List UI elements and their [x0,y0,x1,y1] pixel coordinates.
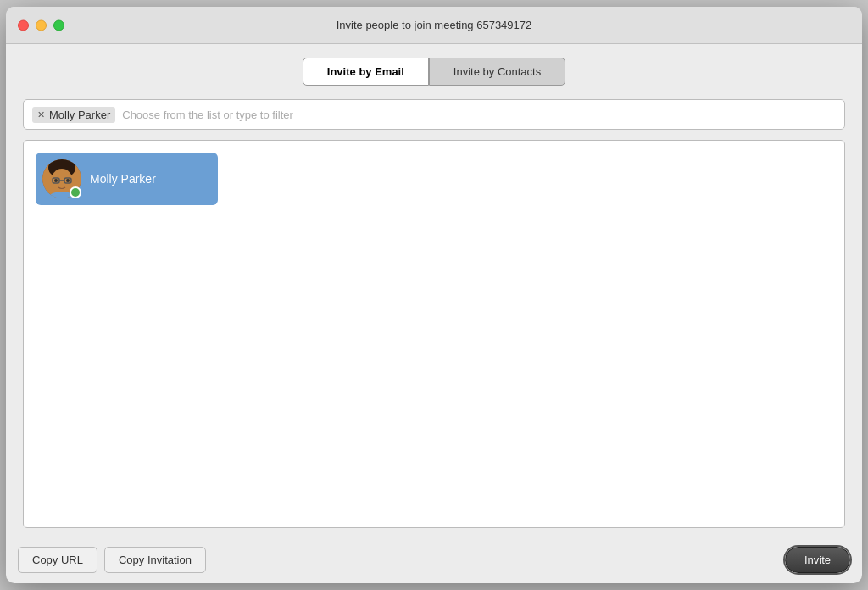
avatar-container [42,159,81,198]
tab-bar: Invite by Email Invite by Contacts [23,58,845,86]
selected-tag[interactable]: ✕ Molly Parker [32,107,115,123]
svg-point-6 [54,179,58,182]
tag-label: Molly Parker [49,109,110,121]
bottom-bar: Copy URL Copy Invitation Invite [6,538,862,583]
close-button[interactable] [18,19,29,31]
copy-invitation-button[interactable]: Copy Invitation [104,547,206,573]
contact-name: Molly Parker [90,172,156,186]
window-title: Invite people to join meeting 657349172 [337,19,532,31]
traffic-lights [18,19,64,31]
online-status-badge [70,186,81,198]
search-row[interactable]: ✕ Molly Parker Choose from the list or t… [23,99,845,130]
invite-button[interactable]: Invite [785,547,850,573]
tab-invite-by-email[interactable]: Invite by Email [303,58,429,86]
titlebar: Invite people to join meeting 657349172 [6,7,862,44]
copy-url-button[interactable]: Copy URL [18,547,97,573]
main-content: Invite by Email Invite by Contacts ✕ Mol… [6,44,862,538]
tag-close-icon[interactable]: ✕ [37,109,45,120]
minimize-button[interactable] [36,19,47,31]
contact-card[interactable]: Molly Parker [36,153,218,205]
search-placeholder: Choose from the list or type to filter [122,109,293,121]
svg-point-7 [66,179,70,182]
tab-invite-by-contacts[interactable]: Invite by Contacts [429,58,565,86]
results-area: Molly Parker [23,140,845,528]
maximize-button[interactable] [53,19,64,31]
invite-window: Invite people to join meeting 657349172 … [6,7,862,583]
